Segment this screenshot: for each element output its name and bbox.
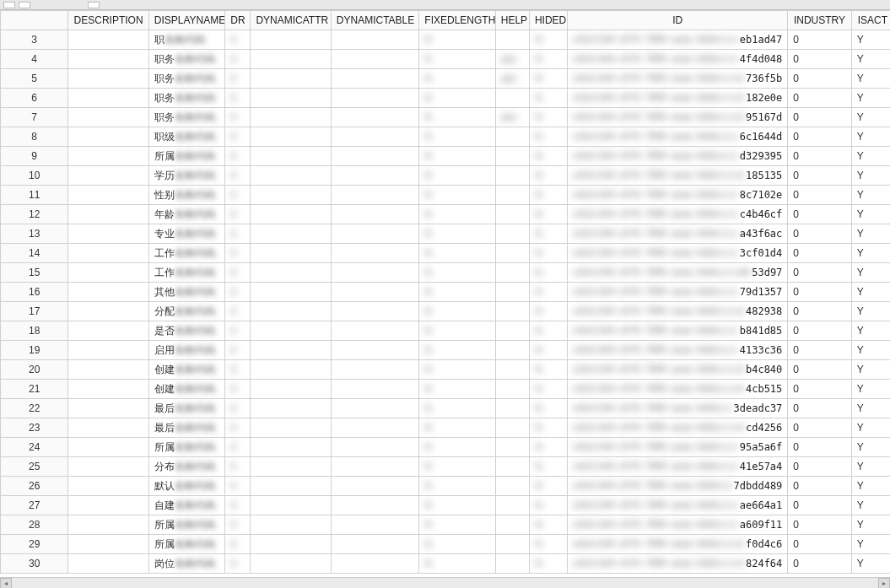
- table-row[interactable]: 9所属名称代码0NNa1b2c3d4-e5f6-7890-aaaa-bbbbcc…: [1, 147, 891, 166]
- cell-dynamictable[interactable]: [331, 554, 418, 574]
- table-row[interactable]: 3职名称代码0NNa1b2c3d4-e5f6-7890-aaaa-bbbbccc…: [1, 30, 891, 50]
- cell-isact[interactable]: Y: [851, 360, 890, 380]
- cell-help[interactable]: [495, 457, 529, 477]
- cell-dynamictable[interactable]: [331, 457, 418, 477]
- col-header-industry[interactable]: INDUSTRY: [788, 11, 851, 30]
- cell-industry[interactable]: 0: [788, 554, 851, 574]
- cell-hided[interactable]: N: [529, 341, 567, 360]
- cell-dynamictable[interactable]: [331, 477, 418, 496]
- cell-id[interactable]: a1b2c3d4-e5f6-7890-aaaa-bbbbccccdddd4829…: [568, 302, 788, 321]
- cell-isact[interactable]: Y: [851, 108, 890, 127]
- cell-description[interactable]: [68, 380, 148, 399]
- cell-industry[interactable]: 0: [788, 186, 851, 205]
- cell-industry[interactable]: 0: [788, 30, 851, 50]
- cell-dr[interactable]: 0: [225, 418, 251, 438]
- cell-help[interactable]: [495, 360, 529, 380]
- cell-hided[interactable]: N: [529, 127, 567, 147]
- cell-displayname[interactable]: 职务名称代码: [148, 108, 224, 127]
- cell-fixedlength[interactable]: N: [419, 224, 495, 244]
- cell-id[interactable]: a1b2c3d4-e5f6-7890-aaaa-bbbbccccdddd4f4d…: [568, 50, 788, 69]
- cell-industry[interactable]: 0: [788, 477, 851, 496]
- cell-description[interactable]: [68, 166, 148, 186]
- cell-fixedlength[interactable]: N: [419, 69, 495, 89]
- cell-dynamictable[interactable]: [331, 283, 418, 302]
- table-row[interactable]: 19启用名称代码0NNa1b2c3d4-e5f6-7890-aaaa-bbbbc…: [1, 341, 891, 360]
- cell-dynamictable[interactable]: [331, 341, 418, 360]
- cell-dynamicattr[interactable]: [251, 263, 331, 283]
- cell-dynamicattr[interactable]: [251, 457, 331, 477]
- cell-displayname[interactable]: 启用名称代码: [148, 341, 224, 360]
- cell-industry[interactable]: 0: [788, 244, 851, 263]
- cell-hided[interactable]: N: [529, 244, 567, 263]
- cell-help[interactable]: [495, 341, 529, 360]
- cell-dr[interactable]: 0: [225, 69, 251, 89]
- cell-fixedlength[interactable]: N: [419, 496, 495, 515]
- cell-dr[interactable]: 0: [225, 263, 251, 283]
- cell-fixedlength[interactable]: N: [419, 147, 495, 166]
- cell-isact[interactable]: Y: [851, 89, 890, 108]
- cell-dynamicattr[interactable]: [251, 89, 331, 108]
- cell-id[interactable]: a1b2c3d4-e5f6-7890-aaaa-bbbbccccddddf0d4…: [568, 535, 788, 554]
- cell-dr[interactable]: 0: [225, 457, 251, 477]
- cell-isact[interactable]: Y: [851, 457, 890, 477]
- cell-description[interactable]: [68, 399, 148, 418]
- cell-description[interactable]: [68, 554, 148, 574]
- cell-hided[interactable]: N: [529, 496, 567, 515]
- cell-id[interactable]: a1b2c3d4-e5f6-7890-aaaa-bbbbccccdddda43f…: [568, 224, 788, 244]
- cell-isact[interactable]: Y: [851, 341, 890, 360]
- cell-description[interactable]: [68, 477, 148, 496]
- cell-description[interactable]: [68, 418, 148, 438]
- cell-description[interactable]: [68, 244, 148, 263]
- cell-dr[interactable]: 0: [225, 147, 251, 166]
- table-row[interactable]: 8职级名称代码0NNa1b2c3d4-e5f6-7890-aaaa-bbbbcc…: [1, 127, 891, 147]
- table-row[interactable]: 15工作名称代码0NNa1b2c3d4-e5f6-7890-aaaa-bbbbc…: [1, 263, 891, 283]
- cell-isact[interactable]: Y: [851, 477, 890, 496]
- cell-dynamicattr[interactable]: [251, 127, 331, 147]
- table-row[interactable]: 6职务名称代码0NNa1b2c3d4-e5f6-7890-aaaa-bbbbcc…: [1, 89, 891, 108]
- cell-displayname[interactable]: 学历名称代码: [148, 166, 224, 186]
- cell-dynamicattr[interactable]: [251, 224, 331, 244]
- table-row[interactable]: 29所属名称代码0NNa1b2c3d4-e5f6-7890-aaaa-bbbbc…: [1, 535, 891, 554]
- col-header-help[interactable]: HELP: [495, 11, 529, 30]
- cell-industry[interactable]: 0: [788, 457, 851, 477]
- toolbar-button[interactable]: [88, 2, 100, 8]
- cell-hided[interactable]: N: [529, 515, 567, 535]
- cell-help[interactable]: [495, 186, 529, 205]
- cell-description[interactable]: [68, 50, 148, 69]
- cell-displayname[interactable]: 创建名称代码: [148, 380, 224, 399]
- cell-fixedlength[interactable]: N: [419, 127, 495, 147]
- cell-industry[interactable]: 0: [788, 205, 851, 224]
- cell-help[interactable]: [495, 418, 529, 438]
- cell-isact[interactable]: Y: [851, 496, 890, 515]
- cell-fixedlength[interactable]: N: [419, 263, 495, 283]
- cell-hided[interactable]: N: [529, 321, 567, 341]
- cell-dr[interactable]: 0: [225, 166, 251, 186]
- cell-dynamictable[interactable]: [331, 127, 418, 147]
- cell-id[interactable]: a1b2c3d4-e5f6-7890-aaaa-bbbbccccddddcd42…: [568, 418, 788, 438]
- cell-hided[interactable]: N: [529, 147, 567, 166]
- cell-fixedlength[interactable]: N: [419, 457, 495, 477]
- cell-industry[interactable]: 0: [788, 89, 851, 108]
- cell-id[interactable]: a1b2c3d4-e5f6-7890-aaaa-bbbbccccdddd3dea…: [568, 399, 788, 418]
- cell-dynamicattr[interactable]: [251, 477, 331, 496]
- cell-hided[interactable]: N: [529, 457, 567, 477]
- cell-id[interactable]: a1b2c3d4-e5f6-7890-aaaa-bbbbccccdddd95a5…: [568, 438, 788, 457]
- cell-help[interactable]: abc: [495, 69, 529, 89]
- cell-fixedlength[interactable]: N: [419, 477, 495, 496]
- cell-isact[interactable]: Y: [851, 418, 890, 438]
- cell-isact[interactable]: Y: [851, 147, 890, 166]
- cell-dynamicattr[interactable]: [251, 360, 331, 380]
- cell-fixedlength[interactable]: N: [419, 108, 495, 127]
- cell-description[interactable]: [68, 283, 148, 302]
- cell-dynamicattr[interactable]: [251, 535, 331, 554]
- cell-displayname[interactable]: 自建名称代码: [148, 496, 224, 515]
- cell-hided[interactable]: N: [529, 554, 567, 574]
- cell-displayname[interactable]: 职级名称代码: [148, 127, 224, 147]
- cell-dynamictable[interactable]: [331, 205, 418, 224]
- table-row[interactable]: 16其他名称代码0NNa1b2c3d4-e5f6-7890-aaaa-bbbbc…: [1, 283, 891, 302]
- cell-fixedlength[interactable]: N: [419, 205, 495, 224]
- cell-hided[interactable]: N: [529, 186, 567, 205]
- cell-hided[interactable]: N: [529, 399, 567, 418]
- cell-dr[interactable]: 0: [225, 186, 251, 205]
- cell-isact[interactable]: Y: [851, 554, 890, 574]
